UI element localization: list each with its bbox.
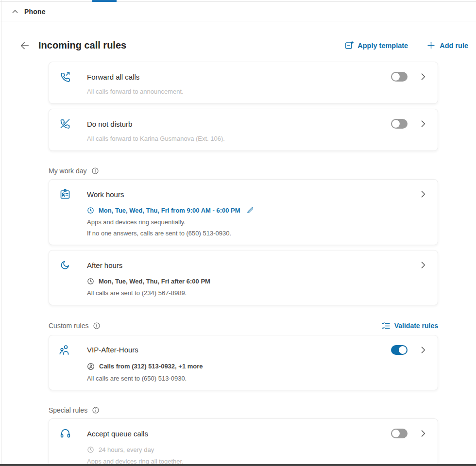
rule-card-after-hours[interactable]: After hours Mon, Tue, Wed, Thu, Fri afte… xyxy=(49,250,438,305)
rule-card-work-hours[interactable]: Work hours Mon, Tue, Wed, Thu, Fri from … xyxy=(49,179,438,245)
do-not-disturb-toggle[interactable] xyxy=(391,119,408,129)
rule-title: VIP-After-Hours xyxy=(87,346,138,354)
rule-description: If no one answers, calls are sent to (65… xyxy=(87,229,428,238)
rule-title: After hours xyxy=(87,261,122,269)
back-button[interactable] xyxy=(19,40,30,51)
badge-icon xyxy=(59,188,71,200)
contacts-icon xyxy=(59,344,71,356)
rule-card-forward-all-calls[interactable]: Forward all calls All calls forward to a… xyxy=(49,62,438,104)
info-icon[interactable] xyxy=(92,406,100,414)
apply-template-icon xyxy=(344,41,354,50)
section-my-work-day: My work day xyxy=(49,167,438,175)
vip-callers: Calls from (312) 513-0932, +1 more xyxy=(99,363,203,370)
accept-queue-schedule: 24 hours, every day xyxy=(99,446,154,453)
phone-section-label: Phone xyxy=(24,8,46,16)
accept-queue-calls-toggle[interactable] xyxy=(391,429,408,438)
phone-section-header[interactable]: Phone xyxy=(0,2,476,21)
rule-description: All calls are sent to (650) 513-0930. xyxy=(87,374,428,383)
validate-rules-button[interactable]: Validate rules xyxy=(381,321,438,331)
edit-icon[interactable] xyxy=(247,207,254,214)
rule-title: Work hours xyxy=(87,190,124,199)
validate-rules-label: Validate rules xyxy=(394,322,438,330)
chevron-up-icon[interactable] xyxy=(11,8,19,16)
clock-icon xyxy=(87,446,94,453)
chevron-right-icon[interactable] xyxy=(418,72,428,82)
page-title: Incoming call rules xyxy=(38,40,126,51)
toggle-knob xyxy=(392,73,400,81)
chevron-right-icon[interactable] xyxy=(418,260,428,270)
plus-icon xyxy=(426,41,436,50)
rule-subtitle: All calls forward to announcement. xyxy=(87,88,428,95)
chevron-right-icon[interactable] xyxy=(418,345,428,355)
add-rule-label: Add rule xyxy=(440,42,468,50)
page-header: Incoming call rules Apply template Add r… xyxy=(0,40,476,51)
section-label: My work day xyxy=(49,167,87,175)
rule-card-do-not-disturb[interactable]: Do not disturb All calls forward to Kari… xyxy=(49,109,438,151)
section-label: Special rules xyxy=(49,406,87,414)
clock-icon xyxy=(87,207,94,214)
apply-template-button[interactable]: Apply template xyxy=(344,41,408,50)
forward-all-calls-toggle[interactable] xyxy=(391,72,408,82)
clock-icon xyxy=(87,278,94,285)
chevron-right-icon[interactable] xyxy=(418,189,428,199)
section-custom-rules: Custom rules Validate rules xyxy=(49,321,438,331)
incoming-call-rules-page: Phone Incoming call rules Apply template… xyxy=(0,0,476,466)
rule-title: Accept queue calls xyxy=(87,430,148,438)
rule-title: Do not disturb xyxy=(87,120,132,128)
chevron-right-icon[interactable] xyxy=(418,119,428,129)
toggle-knob xyxy=(399,346,407,354)
rules-list: Forward all calls All calls forward to a… xyxy=(49,62,438,466)
caller-icon xyxy=(87,363,95,370)
rule-card-accept-queue-calls[interactable]: Accept queue calls 24 hours, every day A… xyxy=(49,418,438,466)
toggle-knob xyxy=(392,120,400,128)
active-tab-indicator xyxy=(92,0,117,2)
section-label: Custom rules xyxy=(49,322,88,330)
chevron-right-icon[interactable] xyxy=(418,429,428,438)
info-icon[interactable] xyxy=(91,167,99,175)
after-hours-schedule: Mon, Tue, Wed, Thu, Fri after 6:00 PM xyxy=(99,278,210,285)
phone-off-icon xyxy=(59,117,71,130)
window-bottom-edge xyxy=(0,464,476,466)
info-icon[interactable] xyxy=(93,322,101,330)
rule-subtitle: All calls forward to Karina Gusmanova (E… xyxy=(87,135,428,142)
work-hours-schedule: Mon, Tue, Wed, Thu, Fri from 9:00 AM - 6… xyxy=(99,207,240,214)
rule-description: All calls are sent to (234) 567-8989. xyxy=(87,289,428,298)
tab-strip xyxy=(0,0,476,2)
moon-icon xyxy=(59,259,71,271)
phone-forward-icon xyxy=(59,70,71,83)
rule-description: Apps and devices ring sequentially. xyxy=(87,218,428,227)
panel-left-border xyxy=(1,0,1,466)
rule-title: Forward all calls xyxy=(87,73,139,81)
vip-after-hours-toggle[interactable] xyxy=(391,345,408,355)
add-rule-button[interactable]: Add rule xyxy=(426,41,468,50)
headset-icon xyxy=(59,427,71,440)
checklist-icon xyxy=(381,321,391,331)
toggle-knob xyxy=(392,430,400,437)
apply-template-label: Apply template xyxy=(357,42,408,50)
rule-card-vip-after-hours[interactable]: VIP-After-Hours Calls from (312) 513-093… xyxy=(49,335,438,391)
section-special-rules: Special rules xyxy=(49,406,438,414)
